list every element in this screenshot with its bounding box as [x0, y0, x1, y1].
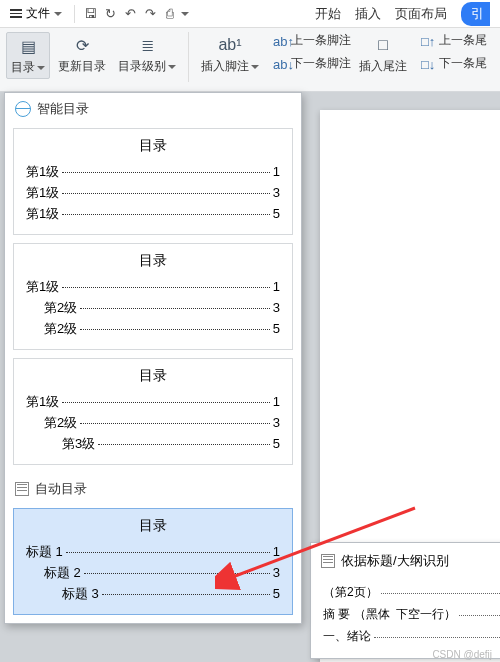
toc-preview-2[interactable]: 目录 第1级1 第2级3 第2级5: [13, 243, 293, 350]
prev-footnote-button[interactable]: ab↑上一条脚注: [273, 32, 351, 49]
update-toc-button[interactable]: ⟳ 更新目录: [54, 32, 110, 77]
smart-icon: [15, 101, 31, 117]
tab-layout[interactable]: 页面布局: [395, 5, 447, 23]
toc-preview-auto[interactable]: 目录 标题 11 标题 23 标题 35: [13, 508, 293, 615]
footnote-label: 插入脚注: [201, 58, 249, 75]
tab-start[interactable]: 开始: [315, 5, 341, 23]
toolbar: ▤ 目录 ⟳ 更新目录 ≣ 目录级别 ab¹ 插入脚注 ab↑上一条脚注 ab↓…: [0, 28, 500, 92]
next-icon: ab↓: [273, 57, 287, 71]
endnote-icon: □: [372, 34, 394, 56]
divider: [188, 32, 189, 82]
file-menu[interactable]: 文件: [4, 2, 68, 25]
auto-toc-header: 自动目录: [5, 473, 301, 505]
redo-icon[interactable]: ↷: [141, 5, 159, 23]
chevron-down-icon: [168, 65, 176, 69]
insert-footnote-button[interactable]: ab¹ 插入脚注: [197, 32, 263, 77]
toc-button[interactable]: ▤ 目录: [6, 32, 50, 79]
preview-title: 目录: [26, 137, 280, 155]
footnote-icon: ab¹: [219, 34, 241, 56]
print-icon[interactable]: ⎙: [161, 5, 179, 23]
toc-label: 目录: [11, 59, 35, 76]
chevron-down-icon: [54, 12, 62, 16]
ribbon-tabs: 开始 插入 页面布局 引: [315, 0, 496, 27]
refresh-icon: ⟳: [71, 34, 93, 56]
toc-level-button[interactable]: ≣ 目录级别: [114, 32, 180, 77]
refresh-icon[interactable]: ↻: [101, 5, 119, 23]
preview-title: 目录: [26, 367, 280, 385]
list-icon: [15, 482, 29, 496]
tab-insert[interactable]: 插入: [355, 5, 381, 23]
panel-body: （第2页） 摘 要 （黑体 下空一行） 一、绪论: [311, 575, 500, 654]
smart-toc-header: 智能目录: [5, 93, 301, 125]
chevron-down-icon: [37, 66, 45, 70]
list-icon: [321, 554, 335, 568]
level-icon: ≣: [136, 34, 158, 56]
insert-endnote-button[interactable]: □ 插入尾注: [355, 32, 411, 77]
panel-header[interactable]: 依据标题/大纲识别: [311, 547, 500, 575]
update-label: 更新目录: [58, 58, 106, 75]
tab-references[interactable]: 引: [461, 2, 490, 26]
toc-icon: ▤: [17, 35, 39, 57]
endnote-nav: □↑上一条尾 □↓下一条尾: [421, 32, 487, 72]
endnote-label: 插入尾注: [359, 58, 407, 75]
next-footnote-button[interactable]: ab↓下一条脚注: [273, 55, 351, 72]
preview-title: 目录: [26, 517, 280, 535]
toc-preview-1[interactable]: 目录 第1级1 第1级3 第1级5: [13, 128, 293, 235]
toc-dropdown: 智能目录 目录 第1级1 第1级3 第1级5 目录 第1级1 第2级3 第2级5…: [4, 92, 302, 624]
divider: [74, 5, 75, 23]
toc-preview-3[interactable]: 目录 第1级1 第2级3 第3级5: [13, 358, 293, 465]
undo-icon[interactable]: ↶: [121, 5, 139, 23]
footnote-nav: ab↑上一条脚注 ab↓下一条脚注: [273, 32, 351, 72]
next-icon: □↓: [421, 57, 435, 71]
recognition-panel: 依据标题/大纲识别 （第2页） 摘 要 （黑体 下空一行） 一、绪论: [310, 542, 500, 659]
save-icon[interactable]: 🖫: [81, 5, 99, 23]
chevron-down-icon: [251, 65, 259, 69]
menubar: 文件 🖫 ↻ ↶ ↷ ⎙ 开始 插入 页面布局 引: [0, 0, 500, 28]
watermark: CSDN @defij: [432, 649, 492, 660]
prev-icon: □↑: [421, 34, 435, 48]
prev-endnote-button[interactable]: □↑上一条尾: [421, 32, 487, 49]
hamburger-icon: [10, 9, 22, 18]
next-endnote-button[interactable]: □↓下一条尾: [421, 55, 487, 72]
file-label: 文件: [26, 5, 50, 22]
chevron-down-icon: [181, 12, 189, 16]
preview-title: 目录: [26, 252, 280, 270]
prev-icon: ab↑: [273, 34, 287, 48]
level-label: 目录级别: [118, 58, 166, 75]
